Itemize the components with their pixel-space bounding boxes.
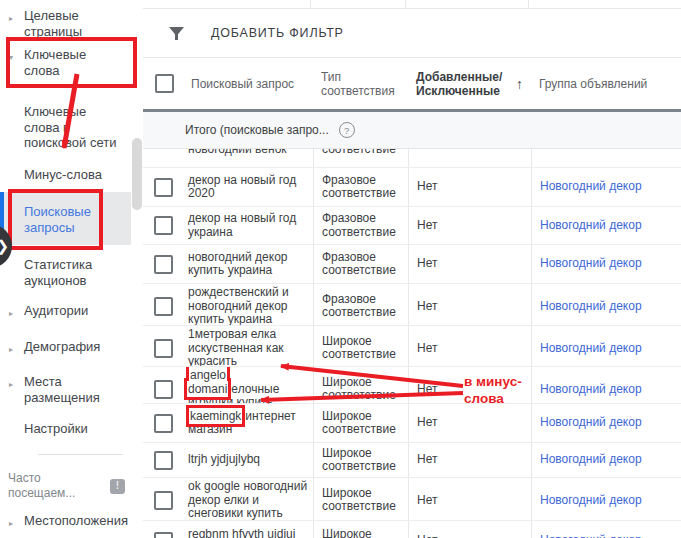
row-checkbox[interactable] bbox=[154, 491, 173, 510]
added-status: Нет bbox=[417, 416, 437, 430]
ad-group-link[interactable]: Новогодний декор bbox=[540, 453, 642, 467]
ad-group-link[interactable]: Новогодний декор bbox=[540, 494, 642, 508]
column-separator bbox=[405, 0, 406, 8]
sidebar-item-label: Места размещения bbox=[24, 374, 100, 405]
table-row: regbnm hfyyth ujdjuj ybq rbtd Широкое со… bbox=[143, 521, 681, 538]
sidebar-item-label: Статистика аукционов bbox=[24, 257, 92, 288]
match-type-cell: Широкое соответствие bbox=[313, 326, 408, 367]
query-text: рождественский и новогодний декор купить… bbox=[188, 285, 289, 326]
table-body: новогодний венок соответствие декор на н… bbox=[143, 149, 681, 538]
ad-group-link[interactable]: Новогодний декор bbox=[540, 416, 642, 430]
column-separator bbox=[528, 0, 529, 8]
added-excluded-cell: Нет bbox=[408, 521, 531, 538]
table-row: angelo domaniелочные игрушки купить Широ… bbox=[143, 367, 681, 404]
query-text: декор на новый год 2020 bbox=[188, 173, 296, 201]
column-header-added-excluded[interactable]: Добавленные/Исключенные ↑ bbox=[408, 70, 531, 98]
sidebar-item-label: Местоположения bbox=[24, 513, 128, 528]
sidebar-item-7[interactable]: ▸Демография bbox=[0, 319, 131, 355]
ad-group-link[interactable]: Новогодний декор bbox=[540, 180, 642, 194]
sidebar-item-label: Минус-слова bbox=[24, 167, 102, 182]
sidebar-item-label: Ключевые слова bbox=[24, 47, 86, 78]
select-all-cell bbox=[143, 74, 183, 93]
table-row: декор на новый год украина Фразовое соот… bbox=[143, 207, 681, 245]
totals-label: Итого (поисковые запро... bbox=[185, 123, 329, 137]
sidebar-item-3[interactable]: Минус-слова bbox=[0, 151, 131, 183]
sidebar-item-label: Часто посещаем... bbox=[8, 471, 104, 502]
ad-group-link[interactable]: Новогодний декор bbox=[540, 219, 642, 233]
table-row: декор на новый год 2020 Фразовое соответ… bbox=[143, 168, 681, 207]
ad-group-cell: Новогодний декор bbox=[531, 478, 681, 521]
column-separator bbox=[310, 0, 311, 8]
add-filter-button[interactable]: ДОБАВИТЬ ФИЛЬТР bbox=[143, 9, 681, 58]
row-checkbox[interactable] bbox=[154, 255, 173, 274]
row-checkbox[interactable] bbox=[154, 339, 173, 358]
table-row: 1метровая елка искуственная как украсить… bbox=[143, 326, 681, 367]
row-checkbox-cell bbox=[143, 478, 183, 521]
sidebar-item-4[interactable]: Поисковые запросы bbox=[0, 192, 131, 245]
sidebar-item-label: Ключевые слова в поисковой сети bbox=[24, 104, 116, 150]
query-cell: декор на новый год украина bbox=[183, 207, 313, 244]
row-checkbox-cell bbox=[143, 367, 183, 404]
query-text: новогодний венок bbox=[188, 149, 310, 157]
added-excluded-cell: Нет bbox=[408, 367, 531, 404]
help-icon[interactable]: ? bbox=[339, 122, 355, 138]
ad-group-cell: Новогодний декор bbox=[531, 284, 681, 326]
match-type: Фразовое соответствие bbox=[322, 293, 400, 320]
ad-group-link[interactable]: Новогодний декор bbox=[540, 383, 642, 397]
row-checkbox-cell bbox=[143, 521, 183, 538]
ad-group-link[interactable]: Новогодний декор bbox=[540, 342, 642, 356]
sidebar-item-label: Поисковые запросы bbox=[24, 204, 91, 235]
ad-group-link[interactable]: Новогодний декор bbox=[540, 300, 642, 314]
query-text: декор на новый год украина bbox=[188, 211, 296, 239]
row-checkbox[interactable] bbox=[154, 414, 173, 433]
table-row: ok google новогодний декор елки и снегов… bbox=[143, 478, 681, 521]
row-checkbox[interactable] bbox=[154, 178, 173, 197]
sidebar-item-6[interactable]: ▸Аудитории bbox=[0, 288, 131, 319]
chevron-expanded-icon: ▾ bbox=[9, 50, 13, 66]
sidebar-item-label: Настройки bbox=[24, 421, 88, 436]
sidebar-item-5[interactable]: Статистика аукционов bbox=[0, 245, 131, 288]
chevron-collapsed-icon: ▸ bbox=[9, 377, 13, 393]
query-cell: ltrjh yjdjujlybq bbox=[183, 443, 313, 477]
sort-ascending-icon[interactable]: ↑ bbox=[516, 77, 523, 91]
row-checkbox[interactable] bbox=[154, 451, 173, 470]
ad-group-cell: Новогодний декор bbox=[531, 367, 681, 404]
sidebar-item-2[interactable]: Ключевые слова в поисковой сети bbox=[0, 78, 131, 151]
sidebar-item-11[interactable]: Часто посещаем...! bbox=[0, 455, 131, 502]
query-cell: angelo domaniелочные игрушки купить bbox=[183, 367, 313, 404]
match-type-cell: Широкое соответствие bbox=[313, 404, 408, 442]
sidebar-item-13[interactable]: Устройства bbox=[0, 528, 131, 538]
query-cell: 1метровая елка искуственная как украсить bbox=[183, 326, 313, 367]
match-type-cell: Фразовое соответствие bbox=[313, 284, 408, 326]
query-cell: рождественский и новогодний декор купить… bbox=[183, 284, 313, 326]
ad-group-link[interactable]: Новогодний декор bbox=[540, 257, 642, 271]
sidebar-item-9[interactable]: Настройки bbox=[0, 405, 131, 437]
ad-group-link[interactable]: Новогодний декор bbox=[540, 534, 642, 538]
row-checkbox[interactable] bbox=[154, 216, 173, 235]
vertical-scrollbar bbox=[131, 0, 143, 538]
match-type-cell: Широкое соответствие bbox=[313, 478, 408, 521]
row-checkbox[interactable] bbox=[154, 297, 173, 316]
column-header-query[interactable]: Поисковый запрос bbox=[183, 77, 313, 91]
added-excluded-cell: Нет bbox=[408, 478, 531, 521]
added-excluded-cell: Нет bbox=[408, 404, 531, 442]
notification-badge-icon: ! bbox=[110, 479, 125, 494]
select-all-checkbox[interactable] bbox=[155, 74, 174, 93]
scrollbar-thumb[interactable] bbox=[132, 138, 142, 210]
sidebar-item-12[interactable]: ▸Местоположения bbox=[0, 502, 131, 529]
added-excluded-cell: Нет bbox=[408, 443, 531, 477]
column-header-ad-group[interactable]: Группа объявлений bbox=[531, 77, 681, 91]
totals-row: Итого (поисковые запро... ? bbox=[143, 112, 681, 149]
sidebar-item-label: Демография bbox=[24, 339, 100, 354]
sidebar-item-8[interactable]: ▸Места размещения bbox=[0, 354, 131, 405]
table-row: ltrjh yjdjujlybq Широкое соответствие Не… bbox=[143, 443, 681, 478]
query-text: новогодний декор купить украина bbox=[188, 250, 288, 278]
row-checkbox[interactable] bbox=[154, 532, 173, 538]
sidebar-item-1[interactable]: ▾Ключевые слова bbox=[0, 39, 131, 78]
column-header-match-type[interactable]: Тип соответствия bbox=[313, 70, 408, 98]
sidebar-item-0[interactable]: ▸Целевые страницы bbox=[0, 0, 131, 39]
row-checkbox[interactable] bbox=[154, 380, 173, 399]
match-type: Широкое соответствие bbox=[322, 447, 400, 474]
row-checkbox-cell bbox=[143, 404, 183, 442]
added-status: Нет bbox=[417, 300, 437, 314]
